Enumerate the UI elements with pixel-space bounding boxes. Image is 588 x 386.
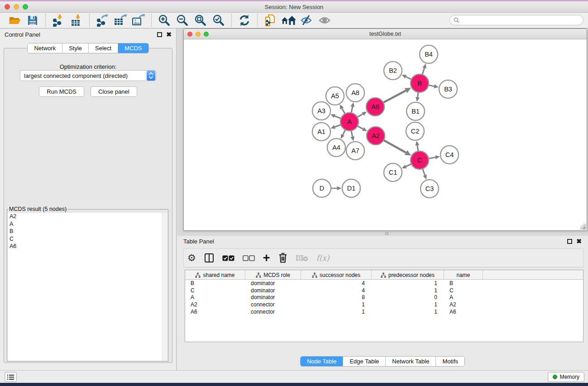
export-image-button[interactable] — [131, 14, 146, 27]
column-header-predecessor-nodes[interactable]: predecessor nodes — [372, 270, 444, 280]
node-B[interactable]: B — [411, 74, 429, 92]
zoom-in-icon — [158, 14, 171, 27]
export-network-button[interactable] — [95, 14, 110, 27]
delete-table-button[interactable] — [296, 251, 308, 265]
table-cell: 0 — [372, 294, 444, 301]
table-tab-network-table[interactable]: Network Table — [386, 357, 436, 366]
tab-style[interactable]: Style — [62, 43, 89, 53]
result-scrollbar[interactable] — [162, 213, 167, 361]
export-table-button[interactable] — [113, 14, 128, 27]
save-session-button[interactable] — [25, 14, 40, 27]
node-C4[interactable]: C4 — [440, 146, 459, 164]
table-cell: 8 — [301, 294, 372, 301]
memory-button[interactable]: Memory — [548, 372, 584, 382]
network-canvas[interactable]: B4B2BB3A5A8A6A3B1AA1C2A2A4A7CC4C1C3DD1 — [184, 39, 587, 230]
node-A1[interactable]: A1 — [312, 123, 330, 141]
toolbar-separator — [45, 14, 46, 27]
table-tab-motifs[interactable]: Motifs — [436, 357, 464, 366]
tab-network[interactable]: Network — [28, 43, 62, 53]
node-C3[interactable]: C3 — [421, 180, 439, 198]
control-panel-tabs: NetworkStyleSelectMCDS — [0, 43, 176, 53]
hide-selected-button[interactable] — [299, 14, 314, 27]
edge-arrowhead — [337, 186, 342, 191]
window-resize-grip[interactable] — [580, 224, 586, 229]
node-label: B2 — [389, 67, 397, 74]
node-D[interactable]: D — [313, 179, 331, 197]
node-C1[interactable]: C1 — [384, 163, 402, 181]
table-tab-node-table[interactable]: Node Table — [301, 357, 344, 366]
add-column-button[interactable]: + — [263, 251, 270, 265]
select-all-button[interactable] — [222, 251, 234, 265]
node-A8[interactable]: A8 — [346, 84, 364, 102]
node-A[interactable]: A — [340, 113, 359, 131]
close-table-panel-icon[interactable]: ✖ — [576, 239, 582, 244]
float-panel-icon[interactable] — [157, 32, 162, 37]
import-network-button[interactable] — [51, 14, 66, 27]
delete-column-button[interactable] — [278, 251, 287, 265]
table-tab-edge-table[interactable]: Edge Table — [343, 357, 386, 366]
import-table-button[interactable] — [69, 14, 84, 27]
node-B2[interactable]: B2 — [384, 62, 402, 80]
close-panel-button[interactable]: Close panel — [91, 86, 137, 97]
node-A7[interactable]: A7 — [346, 142, 364, 160]
tab-mcds[interactable]: MCDS — [118, 43, 148, 53]
run-mcds-button[interactable]: Run MCDS — [39, 86, 84, 97]
criterion-dropdown[interactable]: largest connected component (directed) — [20, 70, 156, 81]
column-header-mcds-role[interactable]: MCDS role — [245, 270, 301, 280]
deselect-all-button[interactable] — [243, 251, 255, 265]
node-A5[interactable]: A5 — [326, 87, 344, 105]
node-B1[interactable]: B1 — [406, 102, 425, 120]
table-row[interactable]: A2connector11A2 — [185, 301, 583, 308]
node-B4[interactable]: B4 — [420, 45, 438, 63]
function-builder-button[interactable]: f(x) — [316, 251, 330, 265]
node-C2[interactable]: C2 — [406, 122, 424, 140]
column-header-name[interactable]: name — [444, 270, 483, 280]
result-item[interactable]: A2 — [8, 213, 167, 220]
tab-select[interactable]: Select — [89, 43, 118, 53]
toolbar-separator — [89, 14, 90, 27]
zoom-fit-icon — [194, 14, 207, 27]
table-row[interactable]: Cdominator41C — [185, 287, 583, 294]
task-history-button[interactable] — [5, 372, 17, 382]
table-settings-button[interactable]: ⚙ — [187, 251, 196, 265]
refresh-view-button[interactable] — [237, 14, 252, 27]
splitter-grip[interactable] — [385, 232, 388, 235]
zoom-selected-button[interactable] — [211, 14, 226, 27]
open-session-button[interactable] — [7, 14, 22, 27]
split-panel-button[interactable] — [204, 251, 214, 265]
table-row[interactable]: Adominator80A — [185, 294, 583, 301]
node-label: A6 — [371, 103, 379, 110]
result-item[interactable]: C — [8, 235, 167, 243]
search-input[interactable] — [462, 16, 583, 24]
node-A4[interactable]: A4 — [327, 138, 345, 157]
status-bar: Memory — [0, 370, 588, 383]
table-row[interactable]: A6connector11A6 — [185, 308, 583, 315]
node-A2[interactable]: A2 — [367, 127, 385, 145]
node-B3[interactable]: B3 — [439, 80, 457, 98]
horizontal-splitter[interactable] — [183, 231, 587, 236]
node-label: B1 — [411, 108, 420, 115]
add-column-icon: + — [263, 253, 270, 263]
column-header-successor-nodes[interactable]: successor nodes — [301, 270, 372, 280]
zoom-fit-button[interactable] — [193, 14, 208, 27]
table-panel: Table Panel ✖ ⚙ — [177, 236, 588, 370]
show-all-button[interactable] — [317, 14, 332, 27]
zoom-out-button[interactable] — [175, 14, 190, 27]
float-table-panel-icon[interactable] — [567, 239, 572, 244]
column-header-shared-name[interactable]: shared name — [185, 270, 245, 280]
edge-arrowhead — [350, 102, 354, 107]
table-row[interactable]: Bdominator41B — [185, 280, 583, 287]
result-item[interactable]: A — [8, 220, 167, 228]
node-A6[interactable]: A6 — [366, 98, 384, 116]
result-item[interactable]: A6 — [8, 243, 167, 250]
clone-network-button[interactable] — [263, 14, 278, 27]
table-cell: dominator — [245, 280, 301, 287]
close-panel-icon[interactable]: ✖ — [166, 32, 172, 37]
result-item[interactable]: B — [8, 228, 167, 235]
criterion-dropdown-value: largest connected component (directed) — [20, 72, 147, 79]
node-A3[interactable]: A3 — [312, 102, 330, 120]
home-layout-button[interactable] — [281, 14, 296, 27]
node-D1[interactable]: D1 — [342, 179, 360, 197]
zoom-in-button[interactable] — [157, 14, 172, 27]
node-C[interactable]: C — [411, 151, 429, 169]
